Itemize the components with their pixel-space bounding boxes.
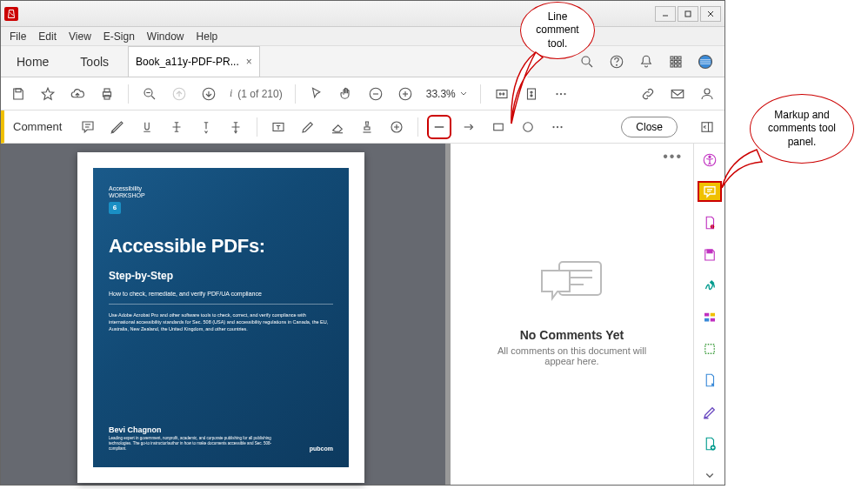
line-tool-icon[interactable] bbox=[431, 118, 448, 136]
acrobat-icon bbox=[4, 7, 18, 21]
menu-esign[interactable]: E-Sign bbox=[103, 30, 135, 43]
pencil-icon[interactable] bbox=[299, 118, 317, 136]
attach-icon[interactable] bbox=[388, 118, 405, 136]
rectangle-tool-icon[interactable] bbox=[490, 118, 507, 136]
hand-icon[interactable] bbox=[337, 85, 355, 103]
account-icon[interactable] bbox=[698, 85, 716, 103]
cover-subtitle2: How to check, remediate, and verify PDF/… bbox=[109, 291, 333, 297]
tabs-row: Home Tools Book_a11y-PDF-PR... × bbox=[1, 46, 724, 77]
replace-text-icon[interactable] bbox=[227, 118, 244, 136]
svg-point-5 bbox=[617, 64, 618, 65]
page-info: i (1 of 210) bbox=[230, 87, 283, 100]
star-icon[interactable] bbox=[39, 85, 57, 103]
eraser-icon[interactable] bbox=[329, 118, 346, 136]
fit-width-icon[interactable] bbox=[493, 85, 511, 103]
svg-rect-6 bbox=[671, 57, 673, 59]
zoom-select[interactable]: 33.3% bbox=[426, 88, 468, 100]
cover-author: Bevi Chagnon bbox=[109, 425, 333, 434]
add-page-icon[interactable] bbox=[698, 434, 721, 453]
svg-rect-18 bbox=[104, 89, 110, 92]
menu-file[interactable]: File bbox=[10, 30, 26, 43]
menu-help[interactable]: Help bbox=[197, 30, 218, 43]
svg-rect-10 bbox=[675, 60, 678, 63]
zoom-in-icon[interactable] bbox=[397, 85, 414, 103]
svg-point-34 bbox=[564, 92, 565, 94]
view-toolbar: i (1 of 210) 33.3% bbox=[1, 77, 724, 111]
page-up-icon[interactable] bbox=[170, 85, 188, 103]
expand-panel-icon[interactable] bbox=[698, 118, 716, 136]
maximize-button[interactable] bbox=[678, 6, 698, 22]
organize-icon[interactable] bbox=[698, 308, 721, 327]
underline-icon[interactable] bbox=[138, 118, 156, 136]
annotation-line-tool-tail bbox=[510, 47, 544, 125]
document-cover: Accessibility WORKSHOP 6 Accessible PDFs… bbox=[93, 168, 349, 467]
svg-rect-35 bbox=[671, 90, 684, 97]
sticky-note-icon[interactable] bbox=[79, 118, 97, 136]
menu-window[interactable]: Window bbox=[147, 30, 184, 43]
save-file-icon[interactable] bbox=[698, 245, 721, 265]
arrow-tool-icon[interactable] bbox=[460, 118, 477, 136]
comments-empty-title: No Comments Yet bbox=[485, 328, 659, 342]
edit-icon[interactable] bbox=[698, 403, 721, 422]
cover-subtitle: Step-by-Step bbox=[109, 270, 333, 282]
nav-home[interactable]: Home bbox=[1, 46, 64, 77]
page-down-icon[interactable] bbox=[200, 85, 217, 103]
zoom-out-magnifier-icon[interactable] bbox=[141, 85, 158, 103]
document-page: Accessibility WORKSHOP 6 Accessible PDFs… bbox=[77, 152, 364, 483]
menu-view[interactable]: View bbox=[69, 30, 91, 43]
text-box-icon[interactable] bbox=[270, 118, 287, 136]
document-tab[interactable]: Book_a11y-PDF-PR... × bbox=[128, 46, 260, 77]
svg-point-49 bbox=[561, 125, 563, 127]
svg-point-48 bbox=[557, 125, 558, 127]
sign-icon[interactable] bbox=[698, 277, 721, 296]
cover-author-desc: Leading expert in government, nonprofit,… bbox=[109, 436, 283, 452]
page-number[interactable]: i bbox=[230, 87, 232, 100]
crop-icon[interactable] bbox=[698, 339, 721, 358]
svg-rect-63 bbox=[704, 313, 709, 317]
minimize-button[interactable] bbox=[655, 6, 676, 22]
stamp-icon[interactable] bbox=[358, 118, 376, 136]
more-view-icon[interactable] bbox=[552, 85, 570, 103]
save-icon[interactable] bbox=[10, 85, 27, 103]
accessibility-icon[interactable] bbox=[698, 151, 721, 170]
annotation-markup-panel-text: Markup and comments tool panel. bbox=[763, 109, 841, 150]
svg-rect-64 bbox=[710, 313, 714, 317]
strikethrough-icon[interactable] bbox=[168, 118, 185, 136]
svg-rect-11 bbox=[678, 60, 681, 63]
menu-edit[interactable]: Edit bbox=[38, 30, 57, 43]
svg-rect-8 bbox=[678, 57, 681, 59]
svg-rect-67 bbox=[704, 345, 714, 354]
zoom-out-icon[interactable] bbox=[367, 85, 384, 103]
svg-rect-13 bbox=[675, 64, 678, 67]
link-share-icon[interactable] bbox=[639, 85, 657, 103]
empty-comments-icon bbox=[533, 251, 611, 312]
grid-icon[interactable] bbox=[667, 53, 684, 70]
highlight-icon[interactable] bbox=[109, 118, 126, 136]
bell-icon[interactable] bbox=[638, 53, 655, 70]
comments-panel-options-icon[interactable]: ••• bbox=[663, 149, 683, 164]
cover-badge-line1: Accessibility bbox=[109, 185, 333, 192]
svg-line-3 bbox=[589, 64, 592, 67]
close-comment-toolbar-button[interactable]: Close bbox=[621, 117, 678, 137]
cloud-icon[interactable] bbox=[69, 85, 86, 103]
nav-tools[interactable]: Tools bbox=[64, 46, 124, 77]
email-icon[interactable] bbox=[669, 85, 686, 103]
more-shapes-icon[interactable] bbox=[549, 118, 566, 136]
help-icon[interactable] bbox=[608, 53, 625, 70]
protect-icon[interactable] bbox=[698, 371, 721, 390]
comments-tool-icon[interactable] bbox=[698, 182, 721, 201]
export-pdf-icon[interactable]: ! bbox=[698, 213, 721, 232]
print-icon[interactable] bbox=[98, 85, 116, 103]
svg-rect-1 bbox=[685, 11, 691, 17]
document-tab-close[interactable]: × bbox=[246, 56, 252, 68]
svg-rect-14 bbox=[678, 64, 681, 67]
insert-text-icon[interactable] bbox=[197, 118, 215, 136]
chevron-down-icon[interactable] bbox=[698, 466, 721, 485]
close-window-button[interactable] bbox=[700, 6, 721, 22]
annotation-line-tool-text: Line comment tool. bbox=[533, 10, 582, 51]
svg-rect-16 bbox=[16, 89, 21, 92]
profile-icon[interactable] bbox=[697, 53, 714, 70]
pointer-icon[interactable] bbox=[308, 85, 325, 103]
comment-toolbar: Comment Close bbox=[1, 111, 724, 144]
svg-point-36 bbox=[704, 89, 710, 94]
